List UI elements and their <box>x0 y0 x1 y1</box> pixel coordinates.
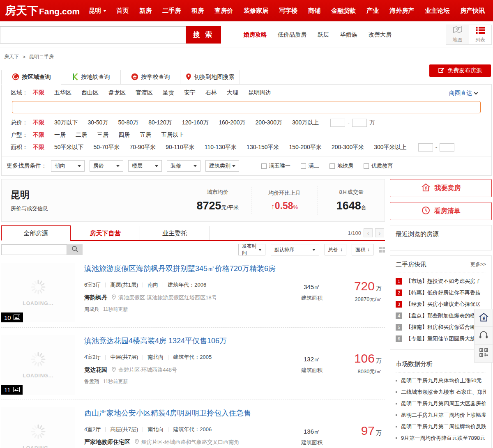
layout-option[interactable]: 一居 <box>54 131 66 139</box>
price-option[interactable]: 不限 <box>33 119 44 126</box>
market-item[interactable]: 昆明二手房九月第二周挂牌均价反跌为... <box>396 421 486 432</box>
keyword-filter-input[interactable] <box>1 244 67 255</box>
estate-link[interactable]: 海韵枫丹 <box>84 294 107 301</box>
topnav-item[interactable]: 新房 <box>139 7 152 15</box>
tab-all-listings[interactable]: 全部房源 <box>1 225 71 241</box>
topnav-item[interactable]: 金融贷款 <box>331 7 356 15</box>
topnav-item[interactable]: 写字楼 <box>279 7 297 15</box>
area-option[interactable]: 150-200平米 <box>289 144 322 151</box>
news-more-link[interactable]: 更多>> <box>470 261 486 268</box>
list-view-button[interactable]: 列表 <box>469 25 491 44</box>
topnav-item[interactable]: 首页 <box>116 7 129 15</box>
publish-listing-button[interactable]: 免费发布房源 <box>429 64 491 77</box>
news-item[interactable]: 6 【专题】重阳佳节团圆房大放送 <box>396 333 486 345</box>
price-max-input[interactable] <box>352 119 367 127</box>
next-page-button[interactable]: › <box>375 228 384 237</box>
topnav-item[interactable]: 房产快讯 <box>460 7 485 15</box>
topnav-item[interactable]: 二手房 <box>162 7 181 15</box>
news-item[interactable]: 5 【指南】租房和买房你适合哪种 <box>396 322 486 333</box>
layout-option[interactable]: 三居 <box>97 131 108 139</box>
area-option[interactable]: 130-150平米 <box>246 144 279 151</box>
watch-list-button[interactable]: 看房清单 <box>390 202 492 220</box>
news-item[interactable]: 1 【市场】想投资不如考虑买房子 <box>396 276 486 287</box>
price-option[interactable]: 300万以上 <box>292 119 319 126</box>
topnav-item[interactable]: 查房价 <box>214 7 233 15</box>
listing-photo-placeholder[interactable]: LOADING... 10 <box>1 263 75 322</box>
agent-name[interactable]: 周成兵 <box>84 306 99 313</box>
hot-link[interactable]: 改善大房 <box>369 31 392 39</box>
condition-checkbox[interactable]: 满二 <box>301 162 319 170</box>
area-max-input[interactable] <box>440 143 454 152</box>
layout-option[interactable]: 二居 <box>76 131 87 139</box>
topnav-item[interactable]: 装修家居 <box>244 7 268 15</box>
condition-dropdown[interactable]: 朝向 <box>51 160 85 172</box>
business-area-link[interactable]: 商圈直达 <box>449 90 477 97</box>
sort-default-dropdown[interactable]: 默认排序 <box>271 244 319 255</box>
estate-link[interactable]: 严家地教师住宅区 <box>84 439 130 446</box>
checkbox-box[interactable] <box>261 163 267 169</box>
market-item[interactable]: 昆明二手房九月第三周均价上涨幅度增... <box>396 409 486 421</box>
hot-link[interactable]: 婚房攻略 <box>244 31 267 39</box>
market-item[interactable]: 9月第一周均价再降百元跌至7898元 <box>396 432 486 444</box>
topnav-item[interactable]: 产业 <box>366 7 379 15</box>
tab-by-region[interactable]: 按区域查询 <box>1 70 61 85</box>
area-option[interactable]: 70-90平米 <box>129 144 156 151</box>
customer-service-button[interactable] <box>475 327 493 345</box>
price-option[interactable]: 80-120万 <box>148 119 172 126</box>
price-option[interactable]: 120-160万 <box>182 119 209 126</box>
tab-by-metro[interactable]: 按地铁查询 <box>61 70 121 85</box>
city-selector[interactable]: 昆明 <box>89 7 106 15</box>
listing-title[interactable]: 滇池竟达花园4楼高装4房 1324平仅售106万 <box>84 336 227 346</box>
tab-owner-entrust[interactable]: 业主委托 <box>140 226 210 240</box>
price-option[interactable]: 200-300万 <box>256 119 282 126</box>
topnav-item[interactable]: 业主论坛 <box>425 7 449 15</box>
region-option[interactable]: 石林 <box>205 89 217 96</box>
layout-option[interactable]: 不限 <box>33 131 44 139</box>
market-item[interactable]: 昆明二手房九月第四周五大区县房价四... <box>396 398 486 409</box>
hot-link[interactable]: 低价品质房 <box>278 31 306 39</box>
condition-checkbox[interactable]: 优质教育 <box>364 162 393 170</box>
sort-time-dropdown[interactable]: 发布时间 <box>238 244 265 255</box>
region-option[interactable]: 盘龙区 <box>108 89 126 96</box>
layout-option[interactable]: 四居 <box>118 131 130 139</box>
hot-link[interactable]: 毕婚族 <box>340 31 357 39</box>
topnav-item[interactable]: 商铺 <box>308 7 320 15</box>
layout-option[interactable]: 五居 <box>140 131 151 139</box>
sell-house-button[interactable]: ¥ 我要卖房 <box>390 179 492 197</box>
sort-by-area-button[interactable]: 面积 ↓ <box>352 244 373 255</box>
area-option[interactable]: 200-300平米 <box>332 144 364 151</box>
sort-by-price-button[interactable]: 总价 ↓ <box>325 244 346 255</box>
estate-link[interactable]: 竟达花园 <box>84 366 107 374</box>
price-option[interactable]: 30-50万 <box>88 119 108 126</box>
area-option[interactable]: 300平米以上 <box>374 144 406 151</box>
checkbox-box[interactable] <box>364 163 369 169</box>
condition-dropdown[interactable]: 建筑类别 <box>205 160 239 172</box>
price-min-input[interactable] <box>330 119 345 127</box>
region-option[interactable]: 安宁 <box>184 89 196 96</box>
condition-dropdown[interactable]: 房龄 <box>90 160 123 172</box>
listing-title[interactable]: 滇池旅游度假区海韵枫丹双拼别墅345㎡价格720万精装6房 <box>84 264 276 273</box>
condition-dropdown[interactable]: 楼层 <box>128 160 162 172</box>
agent-name[interactable]: 鲁孟翔 <box>84 378 99 385</box>
tab-map-search[interactable]: 切换到地图搜索 <box>180 70 240 85</box>
map-view-button[interactable]: 地图 <box>446 25 469 44</box>
checkbox-box[interactable] <box>329 163 335 169</box>
listing-title[interactable]: 西山严家地公安小区精装4房明厨明卫拎包入住急售 <box>84 408 251 418</box>
condition-checkbox[interactable]: 满五唯一 <box>261 162 290 170</box>
keyword-search-button[interactable] <box>67 244 83 255</box>
listing-photo-placeholder[interactable]: LOADING... <box>1 407 75 448</box>
news-item[interactable]: 3 【经验】买房小建议走心择优居 <box>396 299 486 310</box>
listing-photo-placeholder[interactable]: LOADING... 11 <box>1 335 75 395</box>
region-option[interactable]: 呈贡 <box>163 89 174 96</box>
tab-by-school[interactable]: 按学校查询 <box>120 70 180 85</box>
hot-link[interactable]: 跃层 <box>318 31 329 39</box>
news-item[interactable]: 2 【特惠】低价好房让你不再香菇 <box>396 287 486 299</box>
layout-option[interactable]: 五居以上 <box>161 131 184 139</box>
price-option[interactable]: 50-80万 <box>118 119 138 126</box>
price-option[interactable]: 30万以下 <box>54 119 78 126</box>
region-option[interactable]: 五华区 <box>54 89 71 96</box>
price-option[interactable]: 160-200万 <box>219 119 245 126</box>
search-input[interactable] <box>0 26 186 44</box>
topnav-item[interactable]: 租房 <box>191 7 204 15</box>
area-option[interactable]: 90-110平米 <box>166 144 195 151</box>
